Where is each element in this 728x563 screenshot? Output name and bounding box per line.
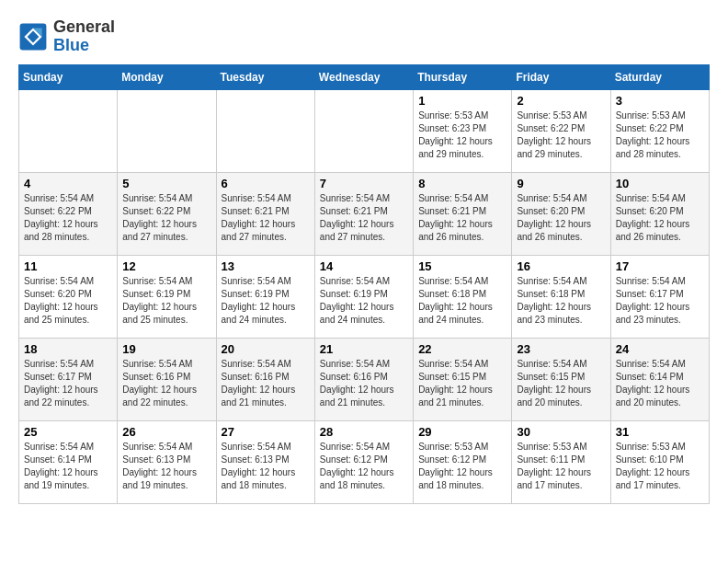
calendar-week-row: 1Sunrise: 5:53 AM Sunset: 6:23 PM Daylig… (19, 89, 710, 172)
day-info: Sunrise: 5:54 AM Sunset: 6:19 PM Dayligh… (122, 275, 210, 327)
calendar-cell: 28Sunrise: 5:54 AM Sunset: 6:12 PM Dayli… (314, 420, 413, 503)
day-number: 3 (616, 94, 704, 108)
calendar-table: SundayMondayTuesdayWednesdayThursdayFrid… (18, 64, 710, 504)
calendar-cell: 19Sunrise: 5:54 AM Sunset: 6:16 PM Dayli… (118, 338, 216, 420)
day-number: 2 (517, 94, 605, 108)
weekday-header: Saturday (610, 64, 709, 89)
day-info: Sunrise: 5:54 AM Sunset: 6:17 PM Dayligh… (616, 275, 704, 327)
weekday-header: Friday (512, 64, 610, 89)
calendar-cell: 16Sunrise: 5:54 AM Sunset: 6:18 PM Dayli… (512, 255, 610, 338)
day-number: 17 (616, 259, 704, 273)
calendar-cell: 30Sunrise: 5:53 AM Sunset: 6:11 PM Dayli… (512, 420, 610, 503)
calendar-cell: 4Sunrise: 5:54 AM Sunset: 6:22 PM Daylig… (19, 172, 118, 255)
calendar-cell: 27Sunrise: 5:54 AM Sunset: 6:13 PM Dayli… (216, 420, 314, 503)
weekday-header: Thursday (414, 64, 512, 89)
day-number: 13 (222, 259, 310, 273)
day-number: 4 (24, 177, 112, 190)
day-info: Sunrise: 5:53 AM Sunset: 6:22 PM Dayligh… (616, 109, 704, 161)
day-info: Sunrise: 5:53 AM Sunset: 6:12 PM Dayligh… (418, 441, 506, 492)
day-info: Sunrise: 5:54 AM Sunset: 6:16 PM Dayligh… (122, 358, 210, 409)
day-number: 8 (418, 177, 506, 190)
calendar-cell: 14Sunrise: 5:54 AM Sunset: 6:19 PM Dayli… (314, 255, 413, 338)
calendar-week-row: 18Sunrise: 5:54 AM Sunset: 6:17 PM Dayli… (19, 338, 710, 420)
calendar-week-row: 11Sunrise: 5:54 AM Sunset: 6:20 PM Dayli… (19, 255, 710, 338)
calendar-cell: 6Sunrise: 5:54 AM Sunset: 6:21 PM Daylig… (216, 172, 314, 255)
day-info: Sunrise: 5:54 AM Sunset: 6:14 PM Dayligh… (24, 441, 112, 492)
day-info: Sunrise: 5:54 AM Sunset: 6:13 PM Dayligh… (122, 441, 210, 492)
day-info: Sunrise: 5:53 AM Sunset: 6:22 PM Dayligh… (517, 109, 605, 161)
calendar-cell: 3Sunrise: 5:53 AM Sunset: 6:22 PM Daylig… (610, 89, 709, 172)
page-header: General Blue (18, 18, 710, 55)
day-number: 25 (24, 425, 112, 439)
day-info: Sunrise: 5:54 AM Sunset: 6:18 PM Dayligh… (418, 275, 506, 327)
day-number: 7 (320, 177, 408, 190)
day-number: 1 (418, 94, 506, 108)
weekday-header: Sunday (19, 64, 118, 89)
day-info: Sunrise: 5:54 AM Sunset: 6:20 PM Dayligh… (517, 192, 605, 244)
day-number: 28 (320, 425, 408, 439)
day-info: Sunrise: 5:54 AM Sunset: 6:19 PM Dayligh… (222, 275, 310, 327)
day-number: 11 (24, 259, 112, 273)
day-info: Sunrise: 5:53 AM Sunset: 6:11 PM Dayligh… (517, 441, 605, 492)
calendar-cell: 13Sunrise: 5:54 AM Sunset: 6:19 PM Dayli… (216, 255, 314, 338)
logo: General Blue (18, 18, 115, 55)
calendar-cell: 9Sunrise: 5:54 AM Sunset: 6:20 PM Daylig… (512, 172, 610, 255)
day-info: Sunrise: 5:54 AM Sunset: 6:21 PM Dayligh… (320, 192, 408, 244)
day-number: 6 (222, 177, 310, 190)
day-info: Sunrise: 5:54 AM Sunset: 6:22 PM Dayligh… (122, 192, 210, 244)
calendar-cell: 25Sunrise: 5:54 AM Sunset: 6:14 PM Dayli… (19, 420, 118, 503)
day-info: Sunrise: 5:54 AM Sunset: 6:22 PM Dayligh… (24, 192, 112, 244)
calendar-cell: 20Sunrise: 5:54 AM Sunset: 6:16 PM Dayli… (216, 338, 314, 420)
day-number: 31 (616, 425, 704, 439)
weekday-header: Wednesday (314, 64, 413, 89)
day-number: 29 (418, 425, 506, 439)
calendar-cell: 29Sunrise: 5:53 AM Sunset: 6:12 PM Dayli… (414, 420, 512, 503)
calendar-cell: 8Sunrise: 5:54 AM Sunset: 6:21 PM Daylig… (414, 172, 512, 255)
day-info: Sunrise: 5:54 AM Sunset: 6:17 PM Dayligh… (24, 358, 112, 409)
calendar-cell: 12Sunrise: 5:54 AM Sunset: 6:19 PM Dayli… (118, 255, 216, 338)
calendar-cell: 26Sunrise: 5:54 AM Sunset: 6:13 PM Dayli… (118, 420, 216, 503)
day-info: Sunrise: 5:54 AM Sunset: 6:21 PM Dayligh… (222, 192, 310, 244)
calendar-cell: 7Sunrise: 5:54 AM Sunset: 6:21 PM Daylig… (314, 172, 413, 255)
day-number: 23 (517, 342, 605, 356)
day-info: Sunrise: 5:54 AM Sunset: 6:18 PM Dayligh… (517, 275, 605, 327)
day-info: Sunrise: 5:54 AM Sunset: 6:16 PM Dayligh… (320, 358, 408, 409)
logo-text: General Blue (53, 18, 115, 55)
weekday-header: Tuesday (216, 64, 314, 89)
day-info: Sunrise: 5:54 AM Sunset: 6:15 PM Dayligh… (517, 358, 605, 409)
day-number: 14 (320, 259, 408, 273)
calendar-cell (216, 89, 314, 172)
calendar-cell: 18Sunrise: 5:54 AM Sunset: 6:17 PM Dayli… (19, 338, 118, 420)
day-number: 30 (517, 425, 605, 439)
calendar-cell: 10Sunrise: 5:54 AM Sunset: 6:20 PM Dayli… (610, 172, 709, 255)
calendar-week-row: 25Sunrise: 5:54 AM Sunset: 6:14 PM Dayli… (19, 420, 710, 503)
calendar-cell: 22Sunrise: 5:54 AM Sunset: 6:15 PM Dayli… (414, 338, 512, 420)
day-info: Sunrise: 5:54 AM Sunset: 6:20 PM Dayligh… (616, 192, 704, 244)
day-number: 20 (222, 342, 310, 356)
day-info: Sunrise: 5:53 AM Sunset: 6:10 PM Dayligh… (616, 441, 704, 492)
day-number: 22 (418, 342, 506, 356)
day-info: Sunrise: 5:53 AM Sunset: 6:23 PM Dayligh… (418, 109, 506, 161)
calendar-cell (19, 89, 118, 172)
calendar-cell (118, 89, 216, 172)
calendar-cell: 5Sunrise: 5:54 AM Sunset: 6:22 PM Daylig… (118, 172, 216, 255)
day-info: Sunrise: 5:54 AM Sunset: 6:21 PM Dayligh… (418, 192, 506, 244)
calendar-cell: 11Sunrise: 5:54 AM Sunset: 6:20 PM Dayli… (19, 255, 118, 338)
calendar-week-row: 4Sunrise: 5:54 AM Sunset: 6:22 PM Daylig… (19, 172, 710, 255)
day-number: 19 (122, 342, 210, 356)
calendar-cell: 17Sunrise: 5:54 AM Sunset: 6:17 PM Dayli… (610, 255, 709, 338)
calendar-cell: 24Sunrise: 5:54 AM Sunset: 6:14 PM Dayli… (610, 338, 709, 420)
day-number: 5 (122, 177, 210, 190)
weekday-header: Monday (118, 64, 216, 89)
day-info: Sunrise: 5:54 AM Sunset: 6:20 PM Dayligh… (24, 275, 112, 327)
header-row: SundayMondayTuesdayWednesdayThursdayFrid… (19, 64, 710, 89)
calendar-cell: 2Sunrise: 5:53 AM Sunset: 6:22 PM Daylig… (512, 89, 610, 172)
logo-icon (18, 22, 48, 52)
day-info: Sunrise: 5:54 AM Sunset: 6:12 PM Dayligh… (320, 441, 408, 492)
calendar-cell: 23Sunrise: 5:54 AM Sunset: 6:15 PM Dayli… (512, 338, 610, 420)
day-info: Sunrise: 5:54 AM Sunset: 6:13 PM Dayligh… (222, 441, 310, 492)
day-number: 21 (320, 342, 408, 356)
calendar-cell: 31Sunrise: 5:53 AM Sunset: 6:10 PM Dayli… (610, 420, 709, 503)
day-info: Sunrise: 5:54 AM Sunset: 6:15 PM Dayligh… (418, 358, 506, 409)
calendar-cell: 21Sunrise: 5:54 AM Sunset: 6:16 PM Dayli… (314, 338, 413, 420)
